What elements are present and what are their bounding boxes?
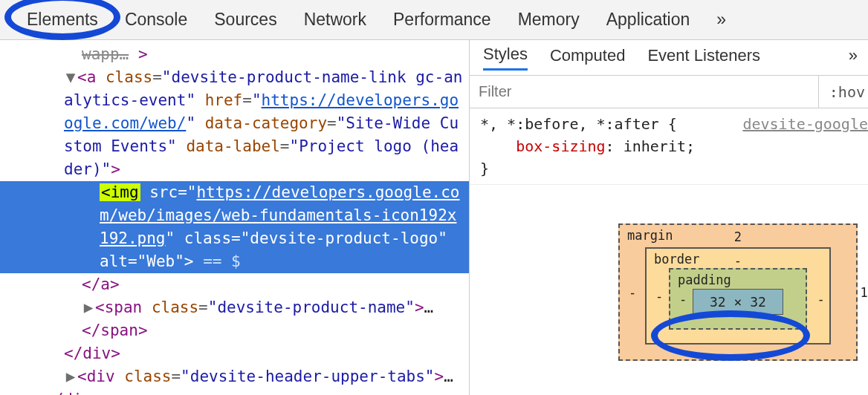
styles-filterbar: :hov [470, 76, 868, 108]
css-rule[interactable]: *, *:before, *:after { devsite-google bo… [470, 108, 868, 185]
console-reference: == $ [194, 252, 241, 270]
caret-right-icon: ▶ [82, 296, 95, 319]
styles-pane: Styles Computed Event Listeners » :hov *… [469, 40, 868, 395]
box-model-margin-label: margin [627, 228, 673, 243]
css-value[interactable]: inherit; [624, 137, 695, 155]
hov-toggle[interactable]: :hov [819, 83, 868, 101]
dom-node-anchor-close[interactable]: </a> [0, 273, 469, 296]
box-model-border-left[interactable]: - [655, 289, 663, 304]
dom-tree[interactable]: wapp… > ▼<a class="devsite-product-name-… [0, 40, 469, 395]
box-model[interactable]: margin 2 16 - border - - padding - - 32 … [470, 185, 868, 395]
tab-sources[interactable]: Sources [201, 0, 290, 40]
tab-elements[interactable]: Elements [13, 0, 111, 40]
tab-application-label: Application [606, 10, 690, 30]
box-model-padding-label: padding [678, 272, 731, 287]
dom-node-anchor[interactable]: ▼<a class="devsite-product-name-link gc-… [0, 66, 469, 181]
styles-tabbar: Styles Computed Event Listeners » [470, 40, 868, 76]
tab-styles[interactable]: Styles [483, 45, 528, 71]
box-model-margin-top[interactable]: 2 [734, 229, 742, 244]
box-model-border-label: border [654, 252, 699, 267]
tab-console-label: Console [125, 10, 187, 30]
tab-network-label: Network [304, 10, 366, 30]
img-tag-highlight: <img [100, 183, 140, 201]
tab-event-listeners[interactable]: Event Listeners [647, 46, 760, 70]
tab-memory-label: Memory [518, 10, 580, 30]
devtools-tabbar: Elements Console Sources Network Perform… [0, 0, 868, 40]
css-selector: *, *:before, *:after { [480, 115, 677, 133]
styles-filter-input[interactable] [470, 76, 819, 108]
box-model-padding-right[interactable]: - [817, 292, 825, 307]
tab-performance-label: Performance [393, 10, 491, 30]
box-model-border-top[interactable]: - [734, 253, 742, 268]
tab-elements-label: Elements [27, 10, 98, 30]
dom-node-div-outer-close[interactable]: </div> [0, 388, 469, 395]
dom-node-div-tabs[interactable]: ▶<div class="devsite-header-upper-tabs">… [0, 365, 469, 388]
tab-computed[interactable]: Computed [550, 46, 626, 70]
tab-performance[interactable]: Performance [380, 0, 505, 40]
box-model-padding-left[interactable]: - [679, 292, 687, 307]
styles-tab-overflow[interactable]: » [849, 46, 858, 70]
caret-down-icon: ▼ [64, 66, 77, 89]
caret-right-icon: ▶ [64, 365, 77, 388]
tab-network[interactable]: Network [291, 0, 380, 40]
tab-overflow[interactable]: » [703, 0, 739, 40]
box-model-margin-left[interactable]: - [629, 285, 636, 300]
tab-memory[interactable]: Memory [505, 0, 593, 40]
css-source-link[interactable]: devsite-google [742, 113, 868, 135]
tab-application[interactable]: Application [593, 0, 704, 40]
dom-node-span-close[interactable]: </span> [0, 319, 469, 342]
dom-node-truncated[interactable]: wapp… > [0, 43, 469, 66]
box-model-content[interactable]: 32 × 32 [693, 289, 783, 315]
chevron-double-right-icon: » [849, 46, 858, 65]
dom-node-img-selected[interactable]: <img src="https://developers.google.com/… [0, 181, 469, 273]
dom-node-div-close[interactable]: </div> [0, 342, 469, 365]
box-model-margin-right[interactable]: 16 [860, 285, 868, 300]
chevron-double-right-icon: » [716, 10, 726, 30]
tab-sources-label: Sources [214, 10, 276, 30]
css-property[interactable]: box-sizing [516, 137, 605, 155]
dom-node-span[interactable]: ▶<span class="devsite-product-name">… [0, 296, 469, 319]
tab-console[interactable]: Console [111, 0, 201, 40]
